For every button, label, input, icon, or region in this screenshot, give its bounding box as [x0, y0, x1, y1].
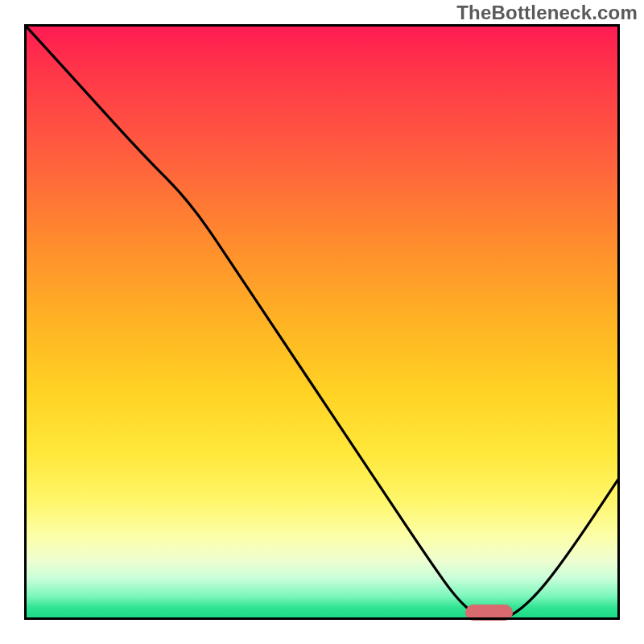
- plot-area: [24, 24, 620, 620]
- curve-overlay: [24, 24, 620, 620]
- watermark-text: TheBottleneck.com: [456, 2, 638, 24]
- bottleneck-curve: [24, 24, 620, 620]
- chart-container: TheBottleneck.com: [0, 0, 644, 644]
- optimal-range-marker: [465, 605, 513, 621]
